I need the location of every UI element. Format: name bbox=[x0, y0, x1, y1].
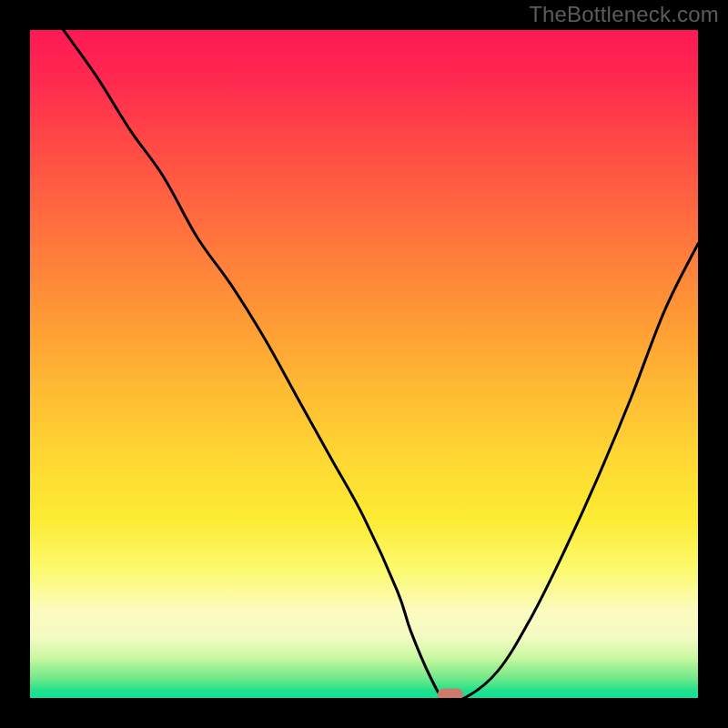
plot-area bbox=[30, 30, 698, 698]
bottleneck-curve-path bbox=[64, 30, 698, 698]
chart-container: TheBottleneck.com bbox=[0, 0, 728, 728]
watermark-text: TheBottleneck.com bbox=[529, 2, 719, 27]
optimal-marker bbox=[438, 689, 463, 698]
curve-svg bbox=[30, 30, 698, 698]
